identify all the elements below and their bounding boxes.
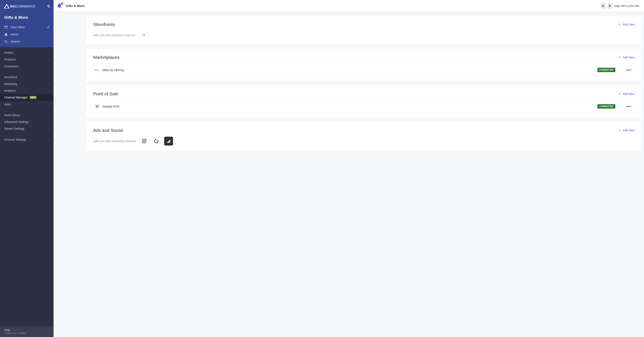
instagram-channel-button[interactable] xyxy=(140,137,148,146)
sidebar-header: BIGCOMMERCE xyxy=(0,0,54,12)
chevron-right-icon: › xyxy=(48,89,49,92)
svg-rect-0 xyxy=(4,27,8,29)
notifications-button[interactable]: 2 xyxy=(57,3,62,9)
channel-label: eBay by inkFrog xyxy=(102,68,594,72)
nav-item-analytics[interactable]: Analytics› xyxy=(0,87,54,94)
chevron-right-icon: › xyxy=(48,76,49,79)
nav-label: Storefront xyxy=(4,76,17,79)
svg-text:ebay: ebay xyxy=(95,69,99,71)
sidebar-link-home[interactable]: Home xyxy=(4,31,49,38)
channel-row-sample-pos: Sample POS CONNECTED ••• xyxy=(93,100,635,112)
ads-prompt: Add your first marketing channel: xyxy=(93,139,136,143)
external-link-icon xyxy=(46,26,49,29)
svg-text:B: B xyxy=(169,141,170,143)
nav-label: Customers xyxy=(4,65,18,68)
sidebar-link-view-store[interactable]: View Store xyxy=(4,24,49,31)
search-icon xyxy=(4,40,8,43)
status-badge: CONNECTED xyxy=(598,68,615,72)
add-new-storefront-button[interactable]: + Add New xyxy=(618,23,635,26)
store-icon xyxy=(4,26,8,29)
plus-icon: + xyxy=(618,23,621,26)
breadcrumb: Gifts & More xyxy=(66,4,84,8)
nav-label: Advanced Settings xyxy=(4,120,29,124)
storefront-prompt: Add your first storefront channel: xyxy=(93,34,136,37)
notification-count-badge: 2 xyxy=(60,2,64,5)
nav-item-server-settings[interactable]: Server Settings› xyxy=(0,125,54,132)
nav-label: Server Settings xyxy=(4,127,24,130)
sidebar-link-label: Home xyxy=(10,33,18,36)
nav-item-apps[interactable]: Apps› xyxy=(0,101,54,108)
sidebar-link-search[interactable]: Search xyxy=(4,38,49,45)
card-title: Marketplaces xyxy=(93,55,120,60)
logo-text: BIGCOMMERCE xyxy=(10,5,36,8)
logo[interactable]: BIGCOMMERCE xyxy=(4,4,36,9)
topbar: 2 Gifts & More 0 8 Days left in your tri… xyxy=(54,0,644,12)
buy-button-channel-button[interactable]: B xyxy=(164,137,173,146)
add-new-label: Add New xyxy=(623,23,635,26)
nav-list: Orders› Products› Customers› Storefront›… xyxy=(0,47,54,326)
trial-text: Days left in your trial. xyxy=(614,4,640,8)
help-section[interactable]: Help Support PIN: 124952 › xyxy=(0,326,54,337)
nav-item-channel-manager[interactable]: Channel Manager NEW xyxy=(0,94,54,101)
nav-item-orders[interactable]: Orders› xyxy=(0,49,54,56)
nav-item-account-settings[interactable]: Account Settings› xyxy=(0,136,54,143)
nav-item-storefront[interactable]: Storefront› xyxy=(0,74,54,81)
channel-row-ebay: ebay eBay by inkFrog CONNECTED ••• xyxy=(93,64,635,76)
nav-item-store-setup[interactable]: Store Setup› xyxy=(0,112,54,119)
sidebar-link-label: View Store xyxy=(10,26,25,29)
status-badge: CONNECTED xyxy=(598,104,615,109)
chevron-right-icon: › xyxy=(48,58,49,61)
store-name: Gifts & More xyxy=(4,15,49,20)
trial-counter: 0 8 Days left in your trial. xyxy=(601,3,640,9)
plus-icon: + xyxy=(618,128,621,132)
svg-point-4 xyxy=(97,106,98,107)
card-title: Point of Sale xyxy=(93,91,118,96)
nav-label: Products xyxy=(4,58,16,61)
chevron-right-icon: › xyxy=(48,103,49,106)
add-new-marketplace-button[interactable]: + Add New xyxy=(618,56,635,59)
add-new-label: Add New xyxy=(623,129,635,132)
channel-more-button[interactable]: ••• xyxy=(624,69,633,71)
sidebar: BIGCOMMERCE Gifts & More View Store xyxy=(0,0,54,337)
new-badge: NEW xyxy=(30,96,36,99)
google-icon xyxy=(154,139,159,143)
card-pos: Point of Sale + Add New Sample POS CONNE… xyxy=(86,85,642,118)
add-new-label: Add New xyxy=(623,92,635,96)
channel-more-button[interactable]: ••• xyxy=(624,105,633,108)
card-title: Storefronts xyxy=(93,22,115,27)
card-storefronts: Storefronts + Add New Add your first sto… xyxy=(86,16,642,45)
chevron-right-icon: › xyxy=(48,127,49,130)
nav-label: Marketing xyxy=(4,82,17,86)
trial-digit: 8 xyxy=(608,3,612,9)
nav-item-advanced-settings[interactable]: Advanced Settings› xyxy=(0,119,54,125)
sidebar-collapse-button[interactable] xyxy=(46,4,50,8)
nav-label: Account Settings xyxy=(4,138,26,141)
chevron-right-icon: › xyxy=(48,120,49,124)
nav-label: Orders xyxy=(4,51,13,54)
svg-point-6 xyxy=(143,140,145,142)
plus-icon: + xyxy=(618,92,621,96)
google-channel-button[interactable] xyxy=(152,137,161,146)
chevron-right-icon: › xyxy=(48,51,49,54)
storefront-provider-icon xyxy=(142,33,146,37)
nav-label: Channel Manager xyxy=(4,96,28,99)
plus-icon: + xyxy=(618,56,621,59)
nav-item-marketing[interactable]: Marketing› xyxy=(0,81,54,87)
trial-digit: 0 xyxy=(601,3,606,9)
card-ads-social: Ads and Social + Add New Add your first … xyxy=(86,122,642,151)
chevron-right-icon: › xyxy=(48,82,49,86)
nav-label: Analytics xyxy=(4,89,16,92)
chevron-right-icon: › xyxy=(48,65,49,68)
pos-icon xyxy=(95,105,100,108)
nav-item-customers[interactable]: Customers› xyxy=(0,63,54,70)
add-new-pos-button[interactable]: + Add New xyxy=(618,92,635,96)
main: 2 Gifts & More 0 8 Days left in your tri… xyxy=(54,0,644,337)
card-title: Ads and Social xyxy=(93,128,123,133)
add-new-ads-button[interactable]: + Add New xyxy=(618,128,635,132)
nav-item-products[interactable]: Products› xyxy=(0,56,54,63)
logo-mark-icon xyxy=(4,4,10,9)
storefront-channel-icon-button[interactable] xyxy=(139,31,148,40)
chevron-double-left-icon xyxy=(47,5,50,8)
home-icon xyxy=(4,33,8,36)
chevron-up-icon: › xyxy=(47,331,50,332)
